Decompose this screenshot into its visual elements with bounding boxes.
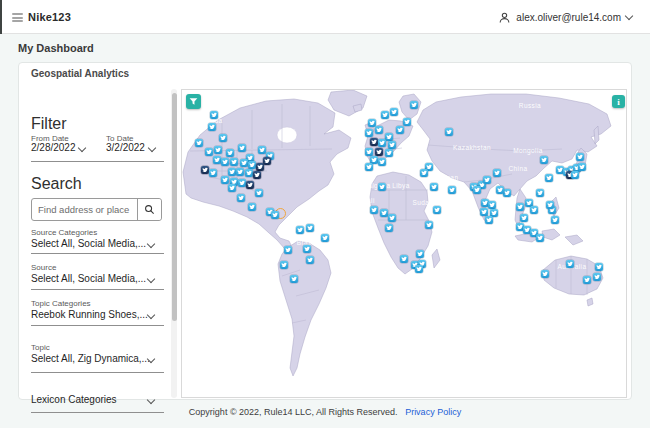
tweet-marker[interactable] — [473, 186, 481, 194]
tweet-marker[interactable] — [284, 246, 292, 254]
to-date-chevron-icon[interactable] — [148, 144, 156, 152]
tweet-marker[interactable] — [378, 158, 386, 166]
tweet-marker[interactable] — [255, 189, 263, 197]
tweet-marker[interactable] — [416, 250, 424, 258]
tweet-marker[interactable] — [213, 156, 221, 164]
tweet-marker[interactable] — [488, 201, 496, 209]
tweet-marker[interactable] — [433, 206, 441, 214]
tweet-marker[interactable] — [245, 169, 253, 177]
tweet-marker[interactable] — [546, 201, 554, 209]
tweet-marker[interactable] — [221, 176, 229, 184]
tweet-marker[interactable] — [410, 101, 418, 109]
topic-categories-select[interactable]: Reebok Running Shoes,... — [31, 309, 148, 320]
lexicon-categories-section[interactable]: Lexicon Categories — [31, 394, 117, 405]
tweet-marker[interactable] — [571, 171, 579, 179]
tweet-marker[interactable] — [365, 129, 373, 137]
map-info-button[interactable]: i — [612, 95, 625, 108]
tweet-marker[interactable] — [425, 221, 433, 229]
tweet-marker[interactable] — [381, 111, 389, 119]
tweet-marker[interactable] — [280, 261, 288, 269]
tweet-marker[interactable] — [576, 153, 584, 161]
tweet-marker[interactable] — [321, 234, 329, 242]
to-date-select[interactable]: 3/2/2022 — [106, 142, 145, 153]
tweet-marker[interactable] — [403, 118, 411, 126]
tweet-marker[interactable] — [303, 245, 311, 253]
tweet-marker[interactable] — [530, 206, 538, 214]
tweet-marker[interactable] — [378, 139, 386, 147]
topic-categories-chevron-icon[interactable] — [147, 311, 155, 319]
tweet-marker[interactable] — [493, 169, 501, 177]
tweet-marker[interactable] — [545, 174, 553, 182]
tweet-marker[interactable] — [551, 216, 559, 224]
tweet-marker[interactable] — [228, 184, 236, 192]
tweet-marker[interactable] — [430, 183, 438, 191]
panel-scrollbar-thumb[interactable] — [172, 93, 177, 321]
tweet-marker[interactable] — [238, 179, 246, 187]
user-account-menu[interactable]: alex.oliver@rule14.com — [498, 0, 632, 34]
tweet-marker[interactable] — [536, 189, 544, 197]
source-chevron-icon[interactable] — [147, 275, 155, 283]
tweet-marker[interactable] — [390, 108, 398, 116]
tweet-marker[interactable] — [370, 206, 378, 214]
tweet-marker[interactable] — [306, 256, 314, 264]
source-select[interactable]: Select All, Social Media,... — [31, 273, 146, 284]
tweet-marker[interactable] — [208, 123, 216, 131]
tweet-marker[interactable] — [221, 158, 229, 166]
tweet-marker[interactable] — [503, 189, 511, 197]
tweet-marker[interactable] — [365, 148, 373, 156]
tweet-marker[interactable] — [483, 176, 491, 184]
tweet-marker[interactable] — [253, 171, 261, 179]
topic-select[interactable]: Select All, Zig Dynamica,... — [31, 353, 150, 364]
tweet-marker[interactable] — [205, 148, 213, 156]
tweet-marker[interactable] — [516, 203, 524, 211]
tweet-marker[interactable] — [230, 158, 238, 166]
privacy-policy-link[interactable]: Privacy Policy — [405, 407, 461, 417]
tweet-marker[interactable] — [420, 169, 428, 177]
tweet-marker[interactable] — [541, 270, 549, 278]
tweet-marker[interactable] — [415, 265, 423, 273]
search-input[interactable] — [32, 199, 137, 220]
tweet-marker[interactable] — [263, 157, 271, 165]
tweet-marker[interactable] — [385, 224, 393, 232]
tweet-marker[interactable] — [370, 138, 378, 146]
tweet-marker[interactable] — [578, 163, 586, 171]
source-categories-chevron-icon[interactable] — [147, 240, 155, 248]
tweet-marker[interactable] — [375, 126, 383, 134]
tweet-marker[interactable] — [400, 255, 408, 263]
tweet-marker[interactable] — [201, 166, 209, 174]
search-button[interactable] — [137, 199, 161, 220]
tweet-marker[interactable] — [271, 211, 279, 219]
tweet-marker[interactable] — [226, 149, 234, 157]
source-categories-select[interactable]: Select All, Social Media,... — [31, 238, 146, 249]
tweet-marker[interactable] — [593, 273, 601, 281]
tweet-marker[interactable] — [306, 224, 314, 232]
tweet-marker[interactable] — [248, 161, 256, 169]
tweet-marker[interactable] — [496, 186, 504, 194]
lexicon-categories-chevron-icon[interactable] — [147, 396, 155, 404]
tweet-marker[interactable] — [536, 234, 544, 242]
tweet-marker[interactable] — [385, 149, 393, 157]
tweet-marker[interactable] — [448, 186, 456, 194]
tweet-marker[interactable] — [480, 208, 488, 216]
tweet-marker[interactable] — [385, 133, 393, 141]
tweet-marker[interactable] — [583, 276, 591, 284]
tweet-marker[interactable] — [540, 156, 548, 164]
tweet-marker[interactable] — [238, 144, 246, 152]
tweet-marker[interactable] — [378, 183, 386, 191]
tweet-marker[interactable] — [396, 126, 404, 134]
tweet-marker[interactable] — [380, 209, 388, 217]
tweet-marker[interactable] — [388, 141, 396, 149]
tweet-marker[interactable] — [240, 159, 248, 167]
tweet-marker[interactable] — [237, 194, 245, 202]
tweet-marker[interactable] — [445, 128, 453, 136]
tweet-marker[interactable] — [258, 146, 266, 154]
tweet-marker[interactable] — [228, 168, 236, 176]
from-date-chevron-icon[interactable] — [78, 144, 86, 152]
tweet-marker[interactable] — [195, 139, 203, 147]
tweet-marker[interactable] — [209, 169, 217, 177]
tweet-marker[interactable] — [236, 168, 244, 176]
tweet-marker[interactable] — [520, 214, 528, 222]
tweet-marker[interactable] — [375, 148, 383, 156]
tweet-marker[interactable] — [210, 111, 218, 119]
tweet-marker[interactable] — [595, 263, 603, 271]
